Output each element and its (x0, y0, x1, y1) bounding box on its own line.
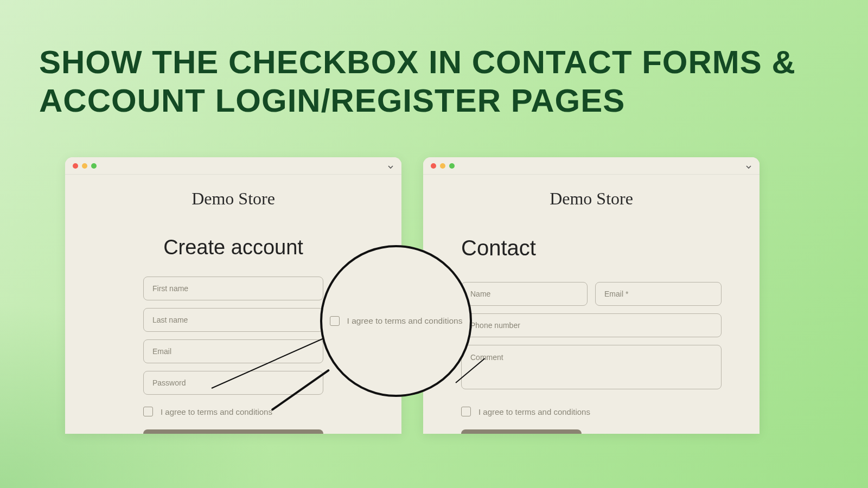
email-input[interactable] (143, 339, 323, 363)
page-headline: SHOW THE CHECKBOX IN CONTACT FORMS & ACC… (39, 43, 829, 120)
first-name-input[interactable] (143, 277, 323, 300)
maximize-icon[interactable] (91, 163, 97, 169)
terms-checkbox-label: I agree to terms and conditions (161, 407, 272, 416)
store-title: Demo Store (441, 189, 742, 209)
contact-email-input[interactable] (595, 282, 722, 306)
magnified-checkbox (330, 316, 340, 326)
terms-checkbox[interactable] (461, 407, 471, 416)
magnified-checkbox-label: I agree to terms and conditions (347, 316, 463, 326)
chevron-down-icon[interactable] (745, 163, 752, 169)
magnifier: I agree to terms and conditions (320, 245, 472, 397)
terms-checkbox-label: I agree to terms and conditions (478, 407, 590, 416)
traffic-lights (431, 163, 455, 169)
phone-input[interactable] (461, 313, 722, 337)
chevron-down-icon[interactable] (387, 163, 394, 169)
window-titlebar (65, 157, 401, 175)
comment-input[interactable] (461, 345, 722, 389)
store-title: Demo Store (82, 189, 384, 209)
last-name-input[interactable] (143, 308, 323, 332)
create-account-heading: Create account (143, 236, 323, 259)
maximize-icon[interactable] (449, 163, 455, 169)
sign-up-button[interactable]: Sign Up (143, 429, 323, 434)
traffic-lights (73, 163, 97, 169)
close-icon[interactable] (73, 163, 78, 169)
minimize-icon[interactable] (440, 163, 445, 169)
contact-window: Demo Store Contact I agree to terms and … (423, 157, 760, 434)
terms-checkbox-row: I agree to terms and conditions (461, 407, 722, 416)
contact-heading: Contact (461, 236, 722, 260)
minimize-icon[interactable] (82, 163, 87, 169)
close-icon[interactable] (431, 163, 436, 169)
terms-checkbox[interactable] (143, 407, 153, 416)
magnifier-lens: I agree to terms and conditions (320, 245, 472, 397)
terms-checkbox-row: I agree to terms and conditions (143, 407, 323, 416)
window-titlebar (423, 157, 760, 175)
name-input[interactable] (461, 282, 588, 306)
send-button[interactable]: Send (461, 429, 582, 434)
